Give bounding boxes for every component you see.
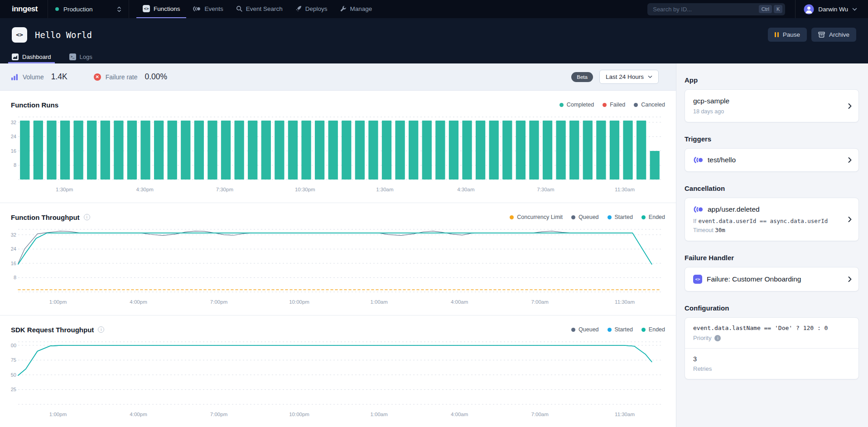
chart-header: SDK Request Throughput i QueuedStartedEn… [11, 324, 665, 335]
function-runs-section: Function Runs CompletedFailedCanceled 81… [0, 91, 676, 203]
svg-text:7:00am: 7:00am [531, 299, 548, 305]
svg-text:24: 24 [11, 246, 16, 252]
svg-text:4:00am: 4:00am [451, 412, 468, 417]
legend-item: Ended [641, 326, 665, 333]
timeout-label: Timeout [693, 227, 714, 233]
svg-text:4:30pm: 4:30pm [136, 187, 154, 192]
event-icon [693, 157, 703, 163]
environment-label: Production [63, 6, 112, 13]
nav-item-label: Manage [350, 5, 372, 12]
function-throughput-chart[interactable]: 81624321:00pm4:00pm7:00pm10:00pm1:00am4:… [11, 226, 665, 306]
svg-text:1:00pm: 1:00pm [49, 299, 67, 305]
legend-label: Queued [579, 326, 598, 333]
svg-text:1:30am: 1:30am [376, 187, 393, 192]
nav-item-events[interactable]: Events [186, 0, 229, 18]
chevron-up-down-icon [117, 6, 121, 13]
function-icon: <> [143, 5, 150, 12]
app-card[interactable]: gcp-sample 18 days ago [685, 89, 859, 122]
top-nav: inngest Production <> Functions Events [0, 0, 868, 18]
legend-dot [571, 215, 575, 219]
function-icon: <> [693, 275, 702, 284]
triggers-heading: Triggers [685, 135, 859, 143]
page-title: Hello World [35, 30, 92, 40]
nav-item-manage[interactable]: Manage [334, 0, 379, 18]
charts-column: Volume 1.4K ✕ Failure rate 0.00% Beta La… [0, 63, 676, 427]
chart-title: Function Runs [11, 101, 58, 109]
priority-config: event.data.lastName == 'Doe' ? 120 : 0 P… [685, 318, 858, 348]
chart-header: Function Throughput i Concurrency LimitQ… [11, 211, 665, 223]
svg-text:7:00pm: 7:00pm [210, 412, 227, 417]
legend-label: Concurrency Limit [517, 214, 563, 220]
svg-text:8: 8 [14, 162, 16, 168]
nav-right: Ctrl K Darwin Wu [647, 0, 868, 18]
legend-label: Queued [579, 214, 598, 220]
function-header: <> Hello World Pause Archive [0, 18, 868, 51]
legend-dot [608, 328, 612, 332]
details-sidebar: App gcp-sample 18 days ago Triggers test… [676, 63, 868, 427]
legend-label: Failed [610, 102, 625, 108]
archive-button[interactable]: Archive [811, 28, 856, 42]
legend-label: Ended [649, 326, 665, 333]
svg-text:4:30am: 4:30am [457, 187, 474, 192]
app-last-synced: 18 days ago [693, 108, 840, 115]
user-menu[interactable]: Darwin Wu [796, 4, 868, 15]
priority-expression: event.data.lastName == 'Doe' ? 120 : 0 [693, 325, 850, 331]
cancellation-condition: If event.data.userId == async.data.userI… [693, 217, 840, 225]
chevron-right-icon [848, 103, 852, 109]
cancellation-card[interactable]: app/user.deleted If event.data.userId ==… [685, 198, 859, 241]
beta-badge: Beta [571, 72, 593, 82]
chevron-right-icon [848, 217, 852, 223]
inngest-logo[interactable]: inngest [0, 0, 48, 18]
avatar [804, 4, 814, 15]
svg-text:11:30am: 11:30am [615, 187, 635, 192]
tab-label: Dashboard [22, 53, 51, 60]
svg-text:7:30am: 7:30am [537, 187, 554, 192]
bar-chart-icon [11, 73, 18, 81]
svg-text:4:00am: 4:00am [451, 299, 468, 305]
primary-nav: <> Functions Events Event Search [136, 0, 378, 18]
svg-text:10:00pm: 10:00pm [289, 299, 309, 305]
svg-text:32: 32 [11, 120, 16, 125]
chart-header: Function Runs CompletedFailedCanceled [11, 99, 665, 111]
legend-dot [510, 215, 514, 219]
info-icon[interactable]: i [98, 326, 104, 333]
sdk-throughput-section: SDK Request Throughput i QueuedStartedEn… [0, 315, 676, 427]
time-range-value: Last 24 Hours [606, 73, 644, 80]
time-range-dropdown[interactable]: Last 24 Hours [599, 70, 659, 84]
legend-item: Queued [571, 326, 598, 333]
pause-button[interactable]: Pause [768, 28, 807, 42]
nav-item-event-search[interactable]: Event Search [230, 0, 289, 18]
chevron-right-icon [848, 157, 852, 163]
legend-dot [603, 103, 607, 107]
svg-text:7:30pm: 7:30pm [216, 187, 233, 192]
nav-item-functions[interactable]: <> Functions [136, 0, 187, 18]
chart-title: SDK Request Throughput [11, 326, 94, 334]
svg-text:50: 50 [11, 372, 16, 378]
info-icon[interactable]: i [84, 214, 90, 220]
failure-handler-heading: Failure Handler [685, 254, 859, 262]
global-search[interactable]: Ctrl K [647, 3, 785, 15]
archive-icon [818, 32, 825, 38]
stats-actions: Beta Last 24 Hours [571, 70, 665, 84]
sdk-request-throughput-chart[interactable]: 2550751001:00pm4:00pm7:00pm10:00pm1:00am… [11, 338, 665, 419]
trigger-card[interactable]: test/hello [685, 148, 859, 172]
svg-text:10:00pm: 10:00pm [289, 412, 309, 417]
tab-dashboard[interactable]: Dashboard [8, 51, 55, 63]
legend-dot [559, 103, 564, 107]
info-icon[interactable]: i [714, 335, 721, 341]
legend-label: Started [615, 326, 633, 333]
nav-item-deploys[interactable]: Deploys [289, 0, 334, 18]
cancellation-event-name: app/user.deleted [708, 205, 760, 214]
function-throughput-section: Function Throughput i Concurrency LimitQ… [0, 203, 676, 315]
svg-text:16: 16 [11, 261, 16, 266]
svg-text:75: 75 [11, 357, 16, 363]
nav-item-label: Events [204, 5, 223, 12]
chevron-right-icon [848, 277, 852, 282]
environment-selector[interactable]: Production [48, 0, 129, 18]
failure-handler-card[interactable]: <> Failure: Customer Onboarding [685, 267, 859, 291]
legend-item: Completed [559, 102, 594, 108]
tab-logs[interactable]: >_ Logs [66, 51, 96, 63]
function-runs-chart[interactable]: 81624321:30pm4:30pm7:30pm10:30pm1:30am4:… [11, 113, 665, 194]
search-input[interactable] [653, 6, 757, 13]
kbd-ctrl: Ctrl [759, 5, 772, 13]
